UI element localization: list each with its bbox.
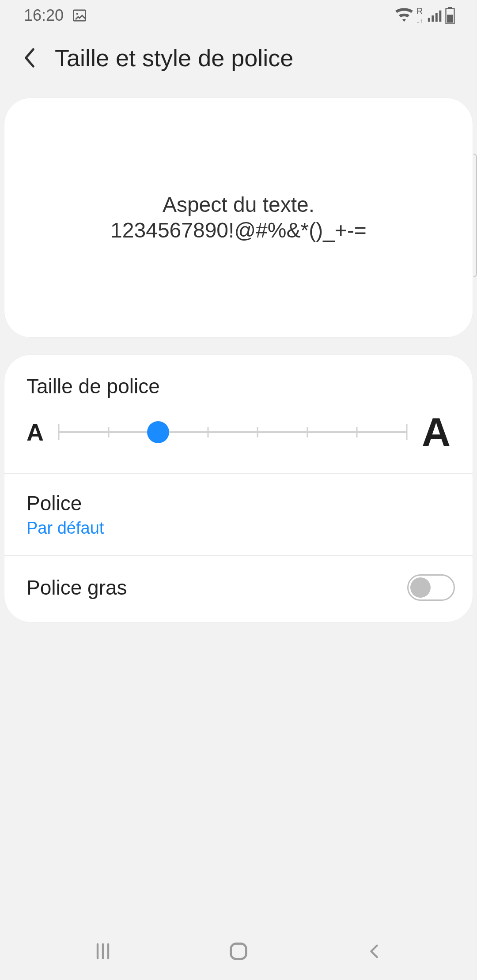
- svg-rect-2: [428, 18, 430, 22]
- svg-rect-5: [439, 11, 441, 22]
- scroll-edge-indicator: [473, 154, 477, 277]
- bold-font-toggle[interactable]: [407, 574, 455, 601]
- status-time: 16:20: [24, 6, 64, 25]
- bold-font-label: Police gras: [26, 576, 127, 599]
- back-button[interactable]: [22, 47, 37, 69]
- nav-recent-apps-button[interactable]: [76, 941, 129, 962]
- toggle-knob: [410, 577, 431, 598]
- font-preview-text: Aspect du texte. 1234567890!@#%&*()_+-=: [110, 192, 367, 243]
- preview-line-2: 1234567890!@#%&*()_+-=: [110, 218, 367, 243]
- svg-rect-4: [435, 13, 438, 22]
- preview-line-1: Aspect du texte.: [110, 192, 367, 218]
- svg-point-1: [76, 13, 79, 15]
- font-size-small-icon: A: [26, 420, 44, 444]
- signal-icon: [427, 8, 442, 23]
- bold-font-row[interactable]: Police gras: [4, 556, 473, 622]
- font-style-value: Par défaut: [26, 519, 450, 538]
- battery-icon: [445, 7, 455, 24]
- font-preview-card: Aspect du texte. 1234567890!@#%&*()_+-=: [4, 98, 473, 337]
- font-size-large-icon: A: [422, 412, 450, 452]
- page-title: Taille et style de police: [55, 44, 293, 72]
- svg-rect-3: [432, 15, 434, 22]
- status-right: R↓↑: [395, 7, 455, 24]
- font-style-row[interactable]: Police Par défaut: [4, 474, 473, 556]
- image-indicator-icon: [72, 8, 87, 23]
- svg-rect-12: [231, 944, 246, 959]
- nav-back-button[interactable]: [348, 941, 401, 962]
- svg-rect-8: [447, 15, 453, 23]
- font-style-label: Police: [26, 491, 450, 515]
- font-size-label: Taille de police: [26, 374, 450, 398]
- nav-home-button[interactable]: [212, 940, 265, 963]
- font-size-slider-row: A A: [26, 412, 450, 455]
- status-bar: 16:20 R↓↑: [0, 0, 477, 31]
- font-size-section: Taille de police A A: [4, 355, 473, 474]
- roaming-indicator: R↓↑: [416, 7, 423, 24]
- wifi-icon: [395, 8, 413, 23]
- android-nav-bar: [0, 923, 477, 980]
- font-size-slider[interactable]: [59, 421, 407, 443]
- app-bar: Taille et style de police: [0, 31, 477, 98]
- slider-thumb[interactable]: [147, 421, 169, 443]
- font-settings-card: Taille de police A A Police Par défaut P…: [4, 355, 473, 622]
- status-left: 16:20: [24, 6, 87, 25]
